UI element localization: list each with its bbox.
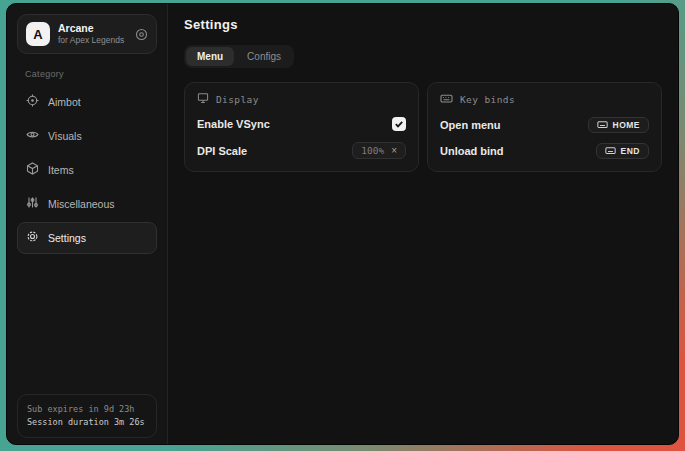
crosshair-icon [26, 93, 39, 111]
category-label: Category [25, 69, 157, 79]
dpi-scale-value: 100% [361, 145, 384, 156]
open-menu-label: Open menu [440, 119, 501, 131]
settings-tabbar: Menu Configs [184, 45, 294, 68]
sidebar-item-label: Aimbot [48, 96, 81, 108]
dpi-row: DPI Scale 100% × [197, 142, 406, 159]
brand-logo: A [26, 22, 50, 46]
session-duration-text: Session duration 3m 26s [27, 416, 147, 429]
desktop-background: A Arcane for Apex Legends Category [0, 0, 685, 451]
gear-circle-icon[interactable] [135, 28, 148, 41]
brand-title: Arcane [58, 22, 127, 35]
sidebar-item-settings[interactable]: Settings [17, 222, 157, 254]
sidebar-item-miscellaneous[interactable]: Miscellaneous [17, 188, 157, 220]
brand-subtitle: for Apex Legends [58, 35, 127, 46]
page-title: Settings [184, 17, 662, 32]
unload-bind-row: Unload bind END [440, 143, 649, 159]
open-menu-bind-button[interactable]: HOME [588, 117, 650, 133]
sidebar: A Arcane for Apex Legends Category [7, 4, 168, 444]
sidebar-item-label: Settings [48, 232, 86, 244]
sub-expiry-text: Sub expires in 9d 23h [27, 403, 147, 416]
keyboard-icon [597, 116, 608, 134]
open-menu-key: HOME [613, 120, 641, 130]
eye-icon [26, 127, 39, 145]
unload-bind-key: END [621, 146, 640, 156]
vsync-row: Enable VSync [197, 116, 406, 132]
sidebar-nav: Aimbot Visuals [17, 86, 157, 254]
keyboard-icon [440, 92, 453, 107]
brand-text: Arcane for Apex Legends [58, 22, 127, 46]
tab-configs[interactable]: Configs [236, 47, 292, 66]
display-card: Display Enable VSync DP [184, 82, 419, 172]
sidebar-item-visuals[interactable]: Visuals [17, 120, 157, 152]
main-content: Settings Menu Configs Display [168, 4, 678, 444]
keyboard-icon [605, 142, 616, 160]
display-card-header: Display [197, 92, 406, 106]
keybinds-card-title: Key binds [460, 94, 515, 105]
sliders-icon [26, 195, 39, 213]
arcane-window: A Arcane for Apex Legends Category [6, 3, 679, 445]
open-menu-row: Open menu HOME [440, 117, 649, 133]
settings-cards: Display Enable VSync DP [184, 82, 662, 172]
sidebar-item-aimbot[interactable]: Aimbot [17, 86, 157, 118]
sidebar-item-label: Miscellaneous [48, 198, 115, 210]
display-card-title: Display [216, 94, 259, 105]
check-icon [394, 115, 404, 133]
brand-card: A Arcane for Apex Legends [17, 14, 157, 54]
tab-menu[interactable]: Menu [186, 47, 234, 66]
subscription-status-card: Sub expires in 9d 23h Session duration 3… [17, 394, 157, 438]
package-icon [26, 161, 39, 179]
sidebar-item-label: Items [48, 164, 74, 176]
unload-bind-label: Unload bind [440, 145, 504, 157]
dpi-label: DPI Scale [197, 145, 247, 157]
unload-bind-button[interactable]: END [596, 143, 649, 159]
gear-icon [26, 229, 39, 247]
vsync-checkbox[interactable] [392, 117, 406, 131]
clear-icon[interactable]: × [391, 146, 397, 156]
monitor-icon [197, 92, 209, 106]
vsync-label: Enable VSync [197, 118, 270, 130]
sidebar-item-label: Visuals [48, 130, 82, 142]
keybinds-card-header: Key binds [440, 92, 649, 107]
dpi-scale-input[interactable]: 100% × [352, 142, 406, 159]
sidebar-item-items[interactable]: Items [17, 154, 157, 186]
keybinds-card: Key binds Open menu HOME [427, 82, 662, 172]
